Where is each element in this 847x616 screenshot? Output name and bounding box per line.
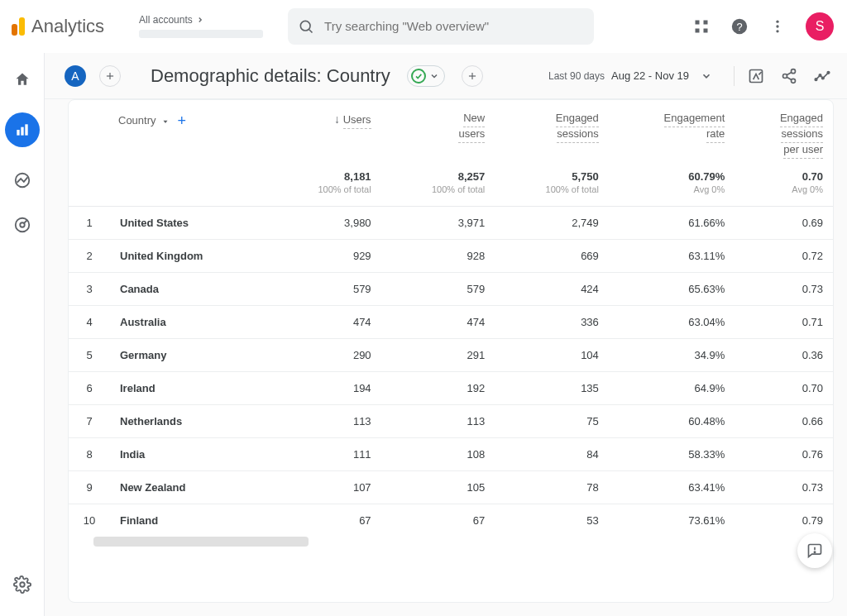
more-icon[interactable]: [768, 17, 787, 36]
col-header-engaged-sessions[interactable]: Engaged sessions: [495, 100, 609, 164]
table-row[interactable]: 8India1111088458.33%0.76: [69, 437, 833, 470]
nav-advertising[interactable]: [11, 213, 34, 236]
cell-new-users: 113: [381, 404, 495, 437]
summary-engaged-sessions: 5,750 100% of total: [495, 164, 609, 207]
cell-users: 194: [267, 371, 381, 404]
status-pill[interactable]: [407, 65, 445, 87]
header-actions: [734, 66, 832, 86]
col-label: sessions: [557, 127, 599, 143]
report-title: Demographic details: Country: [151, 65, 390, 87]
summary-engagement-rate: 60.79% Avg 0%: [609, 164, 735, 207]
svg-point-8: [776, 20, 778, 22]
svg-point-25: [783, 74, 787, 78]
cell-users: 474: [267, 305, 381, 338]
table-row[interactable]: 3Canada57957942465.63%0.73: [69, 272, 833, 305]
add-filter-button[interactable]: [462, 65, 483, 87]
nav-home[interactable]: [11, 68, 34, 91]
svg-rect-11: [17, 130, 19, 136]
table-row[interactable]: 1United States3,9803,9712,74961.66%0.69: [69, 206, 833, 239]
date-preset: Last 90 days: [548, 70, 605, 82]
data-table: Country + ↓ Users New users: [69, 100, 833, 537]
row-country: India: [110, 437, 267, 470]
feedback-button[interactable]: [797, 533, 832, 568]
col-label: sessions: [781, 127, 823, 143]
table-row[interactable]: 10Finland67675373.61%0.79: [69, 504, 833, 537]
insights-icon[interactable]: [812, 66, 832, 86]
cell-engaged-sessions: 669: [495, 239, 609, 272]
svg-rect-4: [696, 28, 700, 32]
search-bar[interactable]: [288, 8, 594, 45]
dimension-picker[interactable]: Country: [118, 114, 170, 128]
cell-users: 67: [267, 504, 381, 537]
product-name: Analytics: [31, 16, 104, 37]
avatar[interactable]: S: [806, 12, 834, 41]
account-picker[interactable]: All accounts: [131, 11, 271, 41]
table-row[interactable]: 4Australia47447433663.04%0.71: [69, 305, 833, 338]
cell-engagement-rate: 64.9%: [609, 371, 735, 404]
chevron-down-icon: [161, 117, 170, 126]
cell-eng-sess-per-user: 0.66: [735, 404, 833, 437]
date-range: Aug 22 - Nov 19: [611, 69, 689, 82]
chevron-down-icon: [701, 70, 712, 82]
row-country: Netherlands: [110, 404, 267, 437]
row-index: 1: [69, 206, 110, 239]
cell-eng-sess-per-user: 0.36: [735, 338, 833, 371]
search-input[interactable]: [324, 19, 584, 33]
cell-users: 3,980: [267, 206, 381, 239]
help-icon[interactable]: ?: [730, 17, 749, 36]
cell-eng-sess-per-user: 0.79: [735, 504, 833, 537]
share-icon[interactable]: [779, 66, 799, 86]
col-header-users[interactable]: ↓ Users: [267, 100, 381, 164]
col-header-engagement-rate[interactable]: Engagement rate: [609, 100, 735, 164]
cell-new-users: 192: [381, 371, 495, 404]
customize-report-icon[interactable]: [746, 66, 766, 86]
row-country: Finland: [110, 504, 267, 537]
cell-new-users: 579: [381, 272, 495, 305]
summary-new-users: 8,257 100% of total: [381, 164, 495, 207]
report-badge[interactable]: A: [65, 65, 86, 87]
cell-new-users: 108: [381, 437, 495, 470]
svg-point-18: [20, 582, 25, 587]
ga-logo[interactable]: Analytics: [12, 16, 104, 37]
row-country: Australia: [110, 305, 267, 338]
table-row[interactable]: 9New Zealand1071057863.41%0.73: [69, 470, 833, 504]
svg-point-35: [814, 552, 815, 552]
search-icon: [298, 18, 314, 35]
table-row[interactable]: 5Germany29029110434.9%0.36: [69, 338, 833, 371]
svg-point-0: [300, 21, 310, 31]
row-index: 10: [69, 504, 110, 537]
nav-reports[interactable]: [5, 112, 40, 147]
svg-point-30: [819, 74, 821, 76]
cell-new-users: 928: [381, 239, 495, 272]
scrollbar-thumb[interactable]: [93, 537, 309, 547]
row-country: United States: [110, 206, 267, 239]
cell-eng-sess-per-user: 0.69: [735, 206, 833, 239]
cell-engaged-sessions: 104: [495, 338, 609, 371]
col-label: Users: [343, 113, 371, 129]
cell-new-users: 474: [381, 305, 495, 338]
svg-text:?: ?: [736, 20, 742, 32]
row-country: United Kingdom: [110, 239, 267, 272]
date-range-picker[interactable]: Last 90 days Aug 22 - Nov 19: [548, 69, 712, 82]
table-row[interactable]: 2United Kingdom92992866963.11%0.72: [69, 239, 833, 272]
cell-engaged-sessions: 336: [495, 305, 609, 338]
col-label: rate: [706, 127, 725, 143]
add-dimension-button[interactable]: +: [178, 112, 187, 131]
cell-engagement-rate: 60.48%: [609, 404, 735, 437]
cell-engagement-rate: 65.63%: [609, 272, 735, 305]
add-comparison-button[interactable]: [99, 65, 121, 87]
col-label: Engagement: [664, 112, 725, 127]
table-row[interactable]: 7Netherlands1131137560.48%0.66: [69, 404, 833, 437]
col-header-new-users[interactable]: New users: [381, 100, 495, 164]
nav-explore[interactable]: [11, 169, 34, 192]
cell-eng-sess-per-user: 0.72: [735, 239, 833, 272]
nav-settings[interactable]: [11, 573, 34, 596]
cell-engaged-sessions: 75: [495, 404, 609, 437]
chevron-right-icon: [196, 16, 204, 24]
summary-eng-sess-per-user: 0.70 Avg 0%: [735, 164, 833, 207]
col-header-eng-sess-per-user[interactable]: Engaged sessions per user: [735, 100, 833, 164]
apps-icon[interactable]: [691, 17, 711, 36]
horizontal-scrollbar[interactable]: [69, 537, 833, 547]
svg-rect-2: [696, 20, 700, 24]
table-row[interactable]: 6Ireland19419213564.9%0.70: [69, 371, 833, 404]
